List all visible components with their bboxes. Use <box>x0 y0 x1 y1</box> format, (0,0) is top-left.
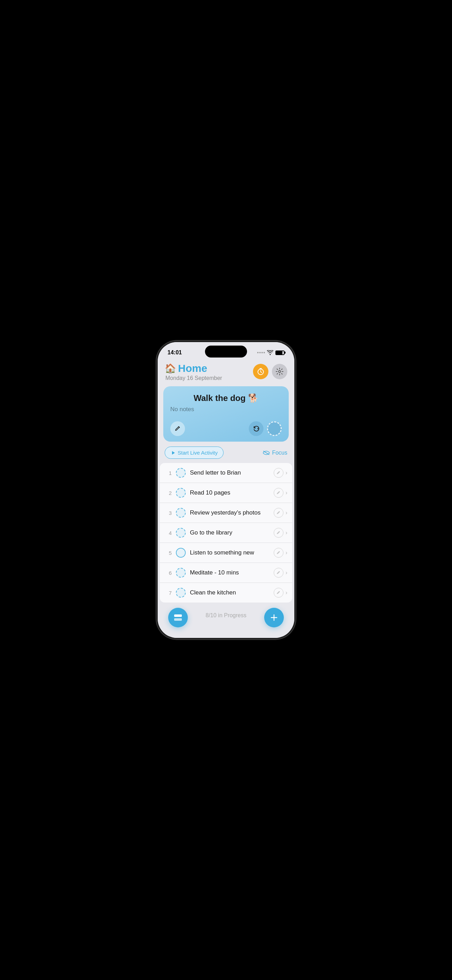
task-text: Clean the kitchen <box>190 589 274 596</box>
focus-label: Focus <box>272 450 287 456</box>
svg-point-1 <box>279 371 281 372</box>
featured-title: Walk the dog 🐕 <box>170 393 282 403</box>
header: 🏠 Home Monday 16 September <box>158 360 294 385</box>
signal-icon <box>257 352 265 353</box>
svg-rect-4 <box>174 614 182 617</box>
task-chevron: › <box>286 590 287 596</box>
task-chevron: › <box>286 570 287 576</box>
task-chevron: › <box>286 510 287 516</box>
task-chevron: › <box>286 530 287 536</box>
header-left: 🏠 Home Monday 16 September <box>165 363 222 381</box>
task-circle[interactable] <box>176 568 186 578</box>
edit-button[interactable] <box>170 421 185 436</box>
task-chevron: › <box>286 470 287 476</box>
task-number: 4 <box>165 530 172 536</box>
status-bar: 14:01 <box>158 342 294 360</box>
task-number: 1 <box>165 470 172 476</box>
task-text: Review yesterday's photos <box>190 509 274 516</box>
task-circle[interactable] <box>176 468 186 478</box>
live-activity-button[interactable]: Start Live Activity <box>165 447 224 459</box>
header-buttons <box>253 364 287 379</box>
featured-card: Walk the dog 🐕 No notes <box>163 386 289 442</box>
task-text: Listen to something new <box>190 549 274 556</box>
task-edit-icon[interactable] <box>274 468 283 478</box>
task-number: 7 <box>165 590 172 596</box>
task-item[interactable]: 5 Listen to something new › <box>160 543 292 563</box>
task-number: 5 <box>165 550 172 556</box>
task-text: Send letter to Brian <box>190 469 274 476</box>
task-circle[interactable] <box>176 548 186 558</box>
featured-notes: No notes <box>170 406 282 413</box>
task-number: 3 <box>165 510 172 516</box>
task-edit-icon[interactable] <box>274 568 283 578</box>
task-right: › <box>274 508 287 518</box>
action-row: Start Live Activity Focus <box>158 447 294 463</box>
task-text: Read 10 pages <box>190 489 274 496</box>
task-right: › <box>274 528 287 538</box>
dynamic-island <box>205 345 247 358</box>
task-item[interactable]: 2 Read 10 pages › <box>160 483 292 503</box>
task-edit-icon[interactable] <box>274 588 283 598</box>
svg-rect-5 <box>174 618 182 621</box>
timer-button[interactable] <box>253 364 268 379</box>
task-item[interactable]: 6 Meditate - 10 mins › <box>160 563 292 583</box>
task-number: 6 <box>165 570 172 576</box>
task-item[interactable]: 4 Go to the library › <box>160 523 292 543</box>
task-edit-icon[interactable] <box>274 548 283 558</box>
svg-point-2 <box>258 428 259 430</box>
task-item[interactable]: 7 Clean the kitchen › <box>160 583 292 603</box>
header-title: 🏠 Home <box>165 363 222 374</box>
task-chevron: › <box>286 550 287 556</box>
status-time: 14:01 <box>167 350 182 356</box>
stack-view-button[interactable] <box>168 608 188 627</box>
task-right: › <box>274 548 287 558</box>
task-right: › <box>274 488 287 498</box>
complete-button[interactable] <box>267 421 282 436</box>
task-circle[interactable] <box>176 488 186 498</box>
screen: 14:01 <box>158 342 294 638</box>
task-edit-icon[interactable] <box>274 488 283 498</box>
task-item[interactable]: 1 Send letter to Brian › <box>160 463 292 483</box>
task-text: Meditate - 10 mins <box>190 569 274 576</box>
task-number: 2 <box>165 490 172 496</box>
list-name: Home <box>178 363 207 374</box>
header-date: Monday 16 September <box>165 375 222 381</box>
task-chevron: › <box>286 490 287 496</box>
battery-icon <box>275 350 285 355</box>
wifi-icon <box>267 350 273 355</box>
task-circle[interactable] <box>176 528 186 538</box>
task-circle[interactable] <box>176 508 186 518</box>
status-icons <box>257 350 285 355</box>
task-circle[interactable] <box>176 588 186 598</box>
settings-button[interactable] <box>272 364 287 379</box>
task-right: › <box>274 588 287 598</box>
home-emoji: 🏠 <box>165 363 176 374</box>
task-text: Go to the library <box>190 529 274 536</box>
task-right: › <box>274 468 287 478</box>
add-task-button[interactable] <box>264 608 284 627</box>
task-list: 1 Send letter to Brian › 2 Read 10 pages <box>160 463 292 603</box>
featured-actions <box>170 421 282 436</box>
featured-right-buttons <box>249 421 282 436</box>
live-activity-label: Start Live Activity <box>178 450 218 456</box>
undo-button[interactable] <box>249 421 264 436</box>
task-edit-icon[interactable] <box>274 508 283 518</box>
task-edit-icon[interactable] <box>274 528 283 538</box>
bottom-bar <box>158 602 294 638</box>
focus-button[interactable]: Focus <box>263 450 287 456</box>
task-item[interactable]: 3 Review yesterday's photos › <box>160 503 292 523</box>
task-right: › <box>274 568 287 578</box>
phone-frame: 14:01 <box>158 342 294 638</box>
